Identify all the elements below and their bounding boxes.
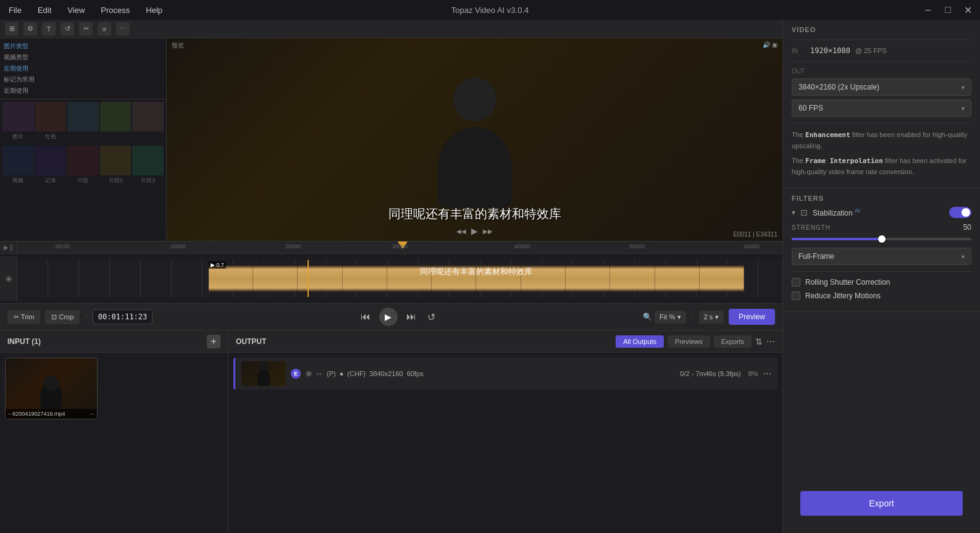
text-icon[interactable]: T (42, 22, 56, 36)
file-browser: 图片类型 视频类型 近期使用 标记为常用 近期使用 图片 红色 (0, 38, 167, 241)
tab-previews[interactable]: Previews (668, 335, 710, 348)
input-panel: INPUT (1) + ···6200419027416.mp4 ··· (0, 330, 228, 533)
output-row: E ⊕ ↔ (P) ● (CHF) 3840x2160 60fps 0/2 - … (233, 358, 777, 390)
file-thumb-3[interactable] (67, 102, 99, 132)
preview-split: 图片类型 视频类型 近期使用 标记为常用 近期使用 图片 红色 (0, 38, 782, 241)
maximize-button[interactable]: □ (942, 4, 954, 16)
timeline-track[interactable]: 同理呢还有丰富的素材和特效库 ▶ 0.7 (17, 260, 782, 297)
nav-item-3[interactable]: 近期使用 (0, 63, 166, 74)
strength-label: STRENGTH (792, 224, 831, 231)
file-thumb-1[interactable] (2, 102, 34, 132)
stabilization-toggle[interactable] (949, 207, 971, 218)
filters-label: FILTERS (792, 195, 971, 202)
filmstrip (209, 265, 744, 292)
timecode-display[interactable]: 00:01:11:23 (93, 309, 153, 324)
file-thumb-5[interactable] (132, 102, 164, 132)
frame-mode-select[interactable]: Full-Frame ▾ (792, 248, 971, 265)
input-panel-header: INPUT (1) + (0, 330, 228, 353)
output-header: OUTPUT All Outputs Previews Exports ⇅ ⋯ (228, 330, 782, 353)
crop-button[interactable]: ⊡ Crop (45, 310, 80, 324)
zoom-control[interactable]: Fit % ▾ (655, 311, 686, 324)
output-more-options[interactable]: ⋯ (766, 337, 775, 346)
play-button[interactable]: ▶ (379, 308, 398, 326)
interval-control[interactable]: 2 s ▾ (699, 311, 724, 324)
nav-item-2[interactable]: 视频类型 (0, 52, 166, 63)
tab-all-outputs[interactable]: All Outputs (616, 335, 664, 348)
divider-1 (792, 40, 971, 40)
filters-section: FILTERS ▾ ⊡ Stabilization AI STRENGTH 50… (783, 188, 980, 312)
media-dots-btn[interactable]: ··· (90, 411, 94, 417)
media-thumbnail[interactable]: ···6200419027416.mp4 ··· (5, 358, 98, 419)
menu-bar: File Edit View Process Help (6, 4, 165, 16)
frame-12 (700, 265, 744, 292)
center-area: ⊞ ⚙ T ↺ ✂ ≡ ⋯ 图片类型 视频类型 近期使用 标记为常用 近期使用 (0, 20, 782, 533)
menu-help[interactable]: Help (143, 4, 165, 16)
loop-button[interactable]: ↺ (425, 310, 438, 324)
frame-4 (343, 265, 387, 292)
output-percent: 8% (748, 370, 758, 377)
trim-button[interactable]: ✂ Trim (7, 310, 40, 324)
output-row-more[interactable]: ··· (763, 368, 771, 379)
out-resolution-select[interactable]: 3840×2160 (2x Upscale) ▾ (792, 78, 971, 96)
file-thumb-2[interactable] (35, 102, 67, 132)
file-thumb-6[interactable] (2, 146, 34, 175)
right-panel: VIDEO IN 1920×1080 @ 25 FPS OUT 3840×216… (782, 20, 980, 533)
frame-7 (476, 265, 521, 292)
file-thumb-8[interactable] (67, 146, 99, 175)
nav-item-1[interactable]: 图片类型 (0, 41, 166, 52)
preview-button[interactable]: Preview (729, 309, 775, 325)
menu-process[interactable]: Process (98, 4, 132, 16)
refresh-icon[interactable]: ↺ (61, 22, 74, 36)
out-fps-select[interactable]: 60 FPS ▾ (792, 99, 971, 117)
ruler-time-6: 50000 (629, 243, 645, 250)
file-thumb-7[interactable] (35, 146, 67, 175)
settings-icon[interactable]: ⚙ (23, 22, 37, 36)
out-resolution-value: 3840×2160 (2x Upscale) (798, 83, 879, 91)
ruler-time-2: 10000 (170, 243, 186, 250)
zoom-icon: 🔍 (643, 313, 652, 321)
skip-back-button[interactable]: ⏮ (358, 310, 373, 324)
separator-dot: · (85, 311, 87, 322)
output-content: E ⊕ ↔ (P) ● (CHF) 3840x2160 60fps 0/2 - … (228, 353, 782, 533)
output-thumb[interactable] (241, 361, 286, 386)
add-input-button[interactable]: + (207, 335, 220, 348)
strength-slider[interactable] (792, 238, 971, 240)
strength-value: 50 (963, 223, 971, 232)
reduce-jitter-label: Reduce Jittery Motions (805, 292, 971, 300)
menu-file[interactable]: File (6, 4, 24, 16)
stab-chevron[interactable]: ▾ (792, 208, 795, 217)
enhancement-keyword: Enhancement (805, 131, 850, 139)
menu-edit[interactable]: Edit (35, 4, 54, 16)
frame-6 (432, 265, 476, 292)
frame-10 (610, 265, 655, 292)
minimize-button[interactable]: – (922, 4, 934, 16)
export-button[interactable]: Export (800, 491, 963, 516)
output-resolution: 3840x2160 (369, 370, 403, 377)
bottom-section: INPUT (1) + ···6200419027416.mp4 ··· (0, 330, 782, 533)
menu-view[interactable]: View (65, 4, 87, 16)
divider-3 (792, 123, 971, 124)
grid-icon[interactable]: ⊞ (5, 22, 19, 36)
in-resolution: 1920×1080 (810, 46, 850, 55)
file-thumb-10[interactable] (132, 146, 164, 175)
media-thumb-label: ···6200419027416.mp4 ··· (6, 409, 97, 419)
tab-exports[interactable]: Exports (714, 335, 752, 348)
reduce-jitter-checkbox[interactable] (792, 292, 800, 300)
slider-fill (792, 238, 882, 240)
close-button[interactable]: ✕ (961, 4, 974, 16)
layers-icon[interactable]: ≡ (98, 22, 111, 36)
rolling-shutter-checkbox[interactable] (792, 278, 800, 287)
skip-forward-button[interactable]: ⏭ (404, 310, 419, 324)
file-thumb-9[interactable] (100, 146, 132, 175)
scissors-icon[interactable]: ✂ (79, 22, 93, 36)
slider-thumb[interactable] (878, 235, 886, 243)
ruler-ctrl[interactable]: ▶ ‖ (4, 244, 14, 251)
file-thumb-4[interactable] (100, 102, 132, 132)
nav-item-5[interactable]: 近期使用 (0, 85, 166, 96)
subtitle-text: 同理呢还有丰富的素材和特效库 (388, 206, 561, 222)
sort-icon[interactable]: ⇅ (755, 337, 763, 346)
rolling-shutter-label: Rolling Shutter Correction (805, 278, 971, 287)
nav-item-4[interactable]: 标记为常用 (0, 74, 166, 85)
track-control[interactable]: ◉ (0, 256, 17, 301)
more-icon[interactable]: ⋯ (116, 22, 130, 36)
